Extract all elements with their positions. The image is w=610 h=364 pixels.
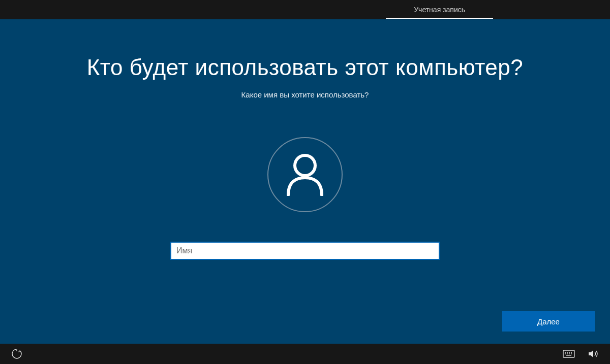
next-button[interactable]: Далее — [502, 311, 595, 332]
accessibility-icon[interactable] — [9, 346, 24, 361]
bottom-bar — [0, 344, 610, 364]
page-title: Кто будет использовать этот компьютер? — [87, 55, 524, 80]
name-input[interactable] — [170, 242, 440, 260]
top-bar: Учетная запись — [0, 0, 610, 19]
main-panel: Кто будет использовать этот компьютер? К… — [0, 19, 610, 344]
user-icon — [267, 137, 343, 212]
volume-icon[interactable] — [586, 346, 601, 361]
keyboard-icon[interactable] — [561, 346, 576, 361]
svg-point-0 — [295, 155, 315, 176]
page-subtitle: Какое имя вы хотите использовать? — [241, 90, 369, 99]
tab-account[interactable]: Учетная запись — [386, 1, 493, 19]
